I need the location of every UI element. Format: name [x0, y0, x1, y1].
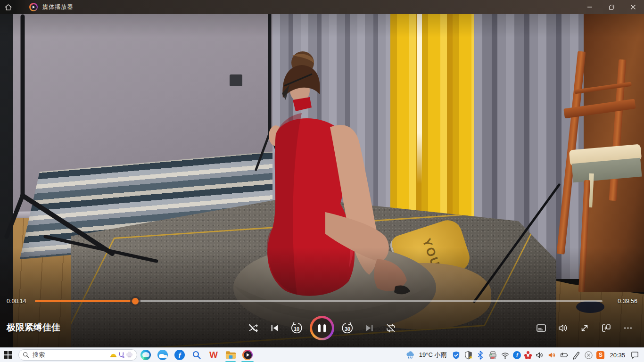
home-icon: [4, 3, 12, 11]
seek-bar[interactable]: [35, 300, 603, 302]
disabled-device-icon[interactable]: [584, 351, 593, 360]
taskbar-app-cloud[interactable]: [154, 348, 171, 362]
stethoscope-icon: [118, 352, 125, 359]
previous-icon: [270, 323, 280, 333]
fullscreen-button[interactable]: [576, 320, 593, 337]
taskbar-app-file-explorer[interactable]: [222, 348, 239, 362]
subtitles-button[interactable]: [533, 320, 550, 337]
file-explorer-icon: [225, 350, 236, 360]
seek-row: 0:08:14 0:39:56: [0, 295, 644, 307]
flash-tray-icon[interactable]: f: [513, 351, 521, 359]
shuffle-off-icon: [248, 322, 259, 334]
media-player-icon: [242, 350, 253, 360]
audio-manager-icon[interactable]: [547, 351, 556, 360]
taskbar-app-edge[interactable]: [137, 348, 154, 362]
forward-seconds-label: 30: [339, 326, 356, 332]
taskbar-search-input[interactable]: 搜索: [18, 349, 137, 361]
volume-tray-icon[interactable]: [535, 351, 544, 360]
transport-controls: 10 30: [245, 311, 399, 345]
repeat-off-icon: [385, 322, 396, 334]
cloud-app-icon: [157, 350, 168, 360]
red-flower-icon[interactable]: [524, 351, 532, 359]
media-player-logo-icon: [29, 3, 38, 11]
forward-30-button[interactable]: 30: [339, 320, 356, 337]
start-button[interactable]: [0, 348, 16, 362]
shuffle-button[interactable]: [245, 320, 262, 337]
volume-button[interactable]: [554, 320, 571, 337]
weather-condition: 小雨: [434, 351, 446, 358]
taskbar-app-search-tool[interactable]: [188, 348, 205, 362]
pen-icon[interactable]: [572, 351, 581, 360]
wifi-icon[interactable]: [501, 351, 510, 360]
video-title: 极限紧缚佳佳: [7, 321, 60, 334]
mini-player-button[interactable]: [598, 320, 615, 337]
wps-office-icon: W: [209, 350, 218, 360]
rewind-seconds-label: 10: [288, 326, 305, 332]
windows-logo-icon: [4, 351, 12, 359]
window-controls: [579, 0, 644, 14]
bluetooth-icon[interactable]: [476, 351, 485, 360]
taskbar-app-wps[interactable]: W: [205, 348, 222, 362]
minimize-button[interactable]: [579, 0, 601, 14]
hard-hat-icon: [110, 352, 117, 359]
battery-icon[interactable]: [560, 351, 569, 360]
restore-button[interactable]: [601, 0, 622, 14]
taskbar-app-flash-center[interactable]: f: [171, 348, 188, 362]
elapsed-time: 0:08:14: [0, 298, 29, 304]
repeat-button[interactable]: [382, 320, 399, 337]
fullscreen-icon: [579, 322, 590, 334]
restore-icon: [609, 4, 615, 10]
taskbar: 搜索 f W: [0, 347, 644, 362]
pause-icon: [312, 318, 332, 338]
weather-temp: 19°C: [419, 351, 433, 358]
search-placeholder: 搜索: [33, 351, 109, 359]
weather-widget[interactable]: 19°C 小雨: [419, 351, 447, 359]
flash-center-icon: f: [174, 350, 185, 360]
more-button[interactable]: [619, 320, 636, 337]
search-icon: [23, 352, 29, 358]
mini-player-icon: [601, 322, 612, 334]
secondary-controls: [533, 311, 636, 345]
notification-icon[interactable]: [630, 351, 639, 360]
minimize-icon: [587, 4, 593, 10]
close-icon: [630, 4, 636, 10]
total-time: 0:39:56: [608, 298, 644, 304]
taskbar-app-media-player[interactable]: [239, 348, 256, 362]
subtitles-icon: [536, 322, 547, 334]
player-controls: 极限紧缚佳佳 10: [0, 311, 644, 345]
system-tray: 19°C 小雨 f: [406, 351, 644, 360]
volume-icon: [557, 322, 569, 334]
weather-icon[interactable]: [406, 351, 415, 360]
close-button[interactable]: [622, 0, 644, 14]
printer-icon[interactable]: [488, 351, 497, 360]
chef-hat-icon: [126, 352, 133, 359]
pc-manager-icon[interactable]: [452, 351, 461, 360]
progress-fill: [35, 300, 135, 302]
more-icon: [623, 323, 633, 333]
titlebar: 媒体播放器: [0, 0, 644, 14]
home-button[interactable]: [0, 0, 16, 14]
previous-button[interactable]: [266, 320, 283, 337]
next-icon: [364, 323, 374, 333]
progress-handle[interactable]: [132, 298, 139, 304]
app-title: 媒体播放器: [42, 3, 73, 11]
edge-icon: [140, 350, 151, 360]
rewind-10-button[interactable]: 10: [288, 320, 305, 337]
screen: 媒体播放器: [0, 0, 644, 362]
next-button[interactable]: [361, 320, 378, 337]
sogou-input-icon[interactable]: S: [596, 351, 604, 359]
security-alert-icon[interactable]: [464, 351, 473, 360]
pause-button[interactable]: [310, 316, 334, 340]
taskbar-clock[interactable]: 20:35: [610, 352, 625, 359]
search-tool-icon: [192, 350, 201, 360]
